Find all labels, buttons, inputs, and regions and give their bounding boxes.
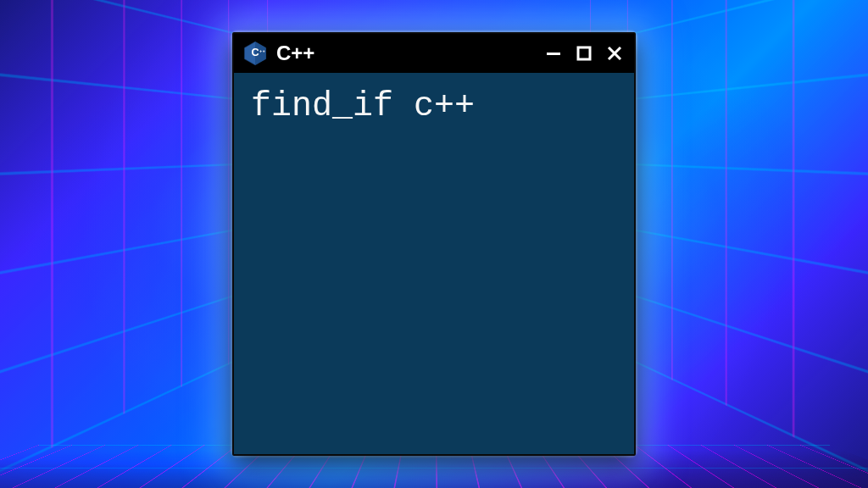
svg-text:C: C [251,47,259,58]
svg-rect-5 [547,53,560,55]
minimize-icon [544,44,563,63]
maximize-button[interactable] [573,42,595,64]
close-button[interactable] [604,42,626,64]
svg-text:+: + [259,49,262,53]
window-title: C++ [276,42,314,65]
cpp-logo-icon: C + + [242,41,268,66]
svg-text:+: + [263,49,265,53]
maximize-icon [575,44,593,63]
minimize-button[interactable] [542,42,565,64]
svg-rect-6 [578,47,590,59]
window-glow: C + + C++ [232,32,636,456]
app-window: C + + C++ [232,32,636,456]
close-icon [605,44,624,63]
titlebar[interactable]: C + + C++ [234,34,634,73]
editor-content[interactable]: find_if c++ [234,73,634,454]
